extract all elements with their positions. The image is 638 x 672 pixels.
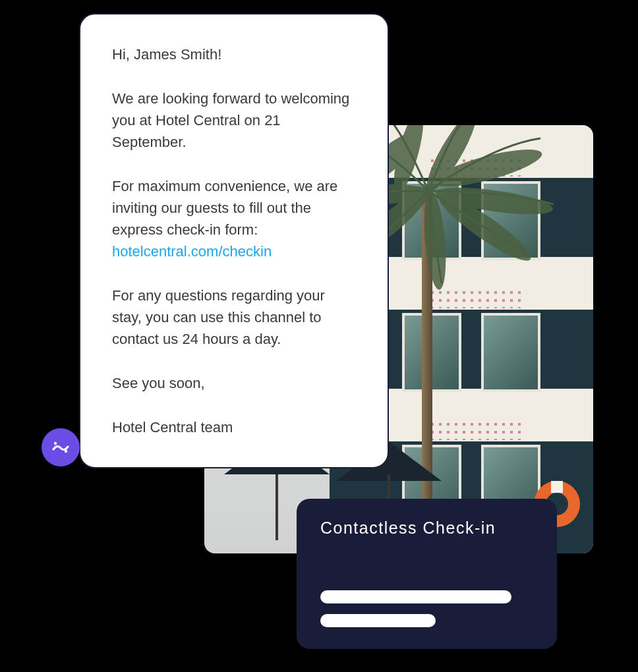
checkin-card-title: Contactless Check-in — [320, 518, 533, 538]
closing-text: See you soon, — [112, 372, 356, 394]
checkin-link[interactable]: hotelcentral.com/checkin — [112, 243, 272, 260]
placeholder-bar — [320, 590, 511, 603]
checkin-invite-text: For maximum convenience, we are inviting… — [112, 175, 356, 262]
svg-point-9 — [54, 442, 57, 445]
placeholder-bar — [320, 614, 436, 627]
signature-text: Hotel Central team — [112, 416, 356, 438]
greeting-text: Hi, James Smith! — [112, 43, 356, 65]
brand-badge — [42, 428, 80, 466]
svg-point-10 — [65, 450, 67, 453]
flowers — [428, 420, 521, 440]
contactless-checkin-card: Contactless Check-in — [297, 499, 557, 649]
umbrella-pole — [276, 474, 278, 540]
welcome-message-card: Hi, James Smith! We are looking forward … — [79, 13, 389, 468]
convenience-text: For maximum convenience, we are inviting… — [112, 178, 337, 238]
welcome-text: We are looking forward to welcoming you … — [112, 88, 356, 153]
brand-logo-icon — [51, 437, 71, 457]
questions-text: For any questions regarding your stay, y… — [112, 285, 356, 350]
window — [481, 313, 540, 392]
